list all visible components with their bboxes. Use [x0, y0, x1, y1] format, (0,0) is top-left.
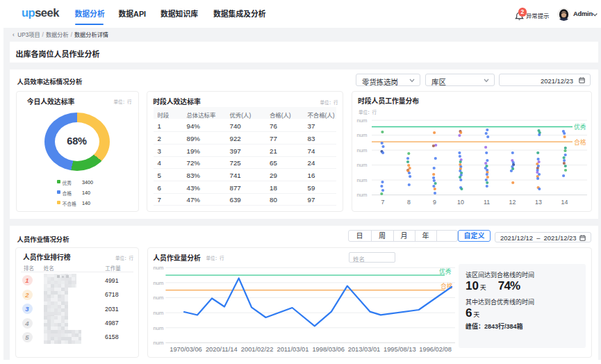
svg-text:2020/11/14: 2020/11/14: [206, 346, 238, 353]
svg-text:num: num: [154, 295, 164, 301]
svg-text:合格: 合格: [441, 281, 453, 290]
svg-text:num: num: [154, 340, 164, 346]
svg-text:1970/03/06: 1970/03/06: [170, 346, 202, 353]
svg-text:num: num: [154, 310, 164, 316]
svg-text:2013/03/01: 2013/03/01: [348, 346, 381, 353]
svg-text:优秀: 优秀: [439, 267, 452, 276]
svg-text:2001/02/22: 2001/02/22: [241, 346, 274, 353]
svg-text:1995/08/13: 1995/08/13: [384, 346, 416, 353]
svg-text:2011/03/01: 2011/03/01: [277, 346, 308, 353]
svg-text:num: num: [154, 325, 164, 331]
svg-text:1996/02/08: 1996/02/08: [419, 346, 452, 353]
svg-text:1998/03/06: 1998/03/06: [312, 346, 345, 353]
svg-text:num: num: [154, 265, 164, 271]
svg-text:num: num: [154, 280, 164, 286]
